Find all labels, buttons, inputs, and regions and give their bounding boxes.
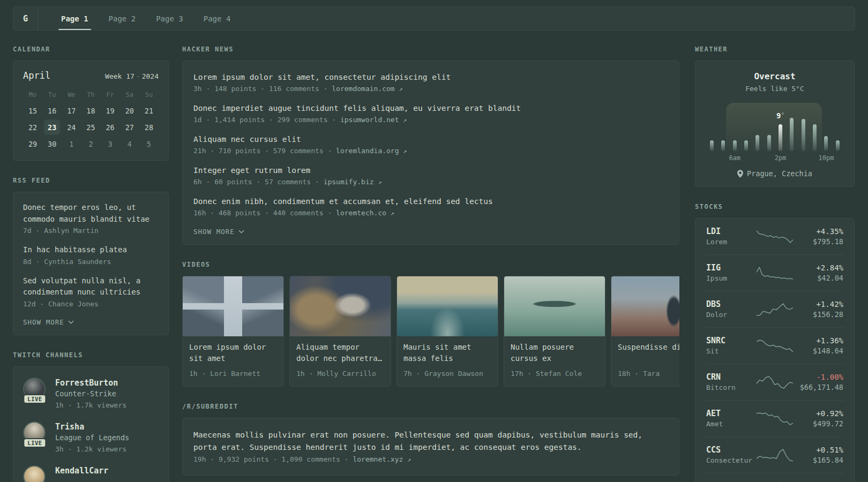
stock-row[interactable]: CCS Consectetur +0.51% $165.84 [705, 436, 844, 473]
video-thumbnail[interactable] [397, 276, 498, 336]
hackernews-item-title[interactable]: Aliquam nec cursus elit [193, 133, 668, 145]
twitch-widget: TWITCH CHANNELS LIVE ForrestBurton [13, 351, 169, 482]
stock-change: +4.35% [793, 226, 843, 237]
video-thumbnail[interactable] [504, 276, 605, 336]
stock-row[interactable]: AET Amet +0.92% $499.72 [705, 400, 844, 436]
channel-game: Counter-Strike [55, 388, 126, 400]
video-thumbnail[interactable] [611, 276, 679, 336]
subreddit-card: Maecenas mollis pulvinar erat non posuer… [182, 418, 679, 476]
video-thumbnail[interactable] [183, 276, 283, 336]
stock-row[interactable]: DBS Dolor +1.42% $156.28 [705, 291, 844, 327]
hackernews-item-title[interactable]: Integer eget rutrum lorem [193, 164, 668, 176]
nav-tab[interactable]: Page 4 [193, 7, 241, 30]
hackernews-item: Donec imperdiet augue tincidunt felis al… [193, 102, 668, 126]
stock-id: SNRC Sit [706, 335, 757, 356]
videos-widget: VIDEOS Lorem ipsum dolor sit amet consec… [182, 261, 679, 387]
item-meta-text: 16h · 468 points · 440 comments · [193, 209, 332, 217]
video-card[interactable]: Aliquam tempor dolor nec pharetra… 1h · … [289, 276, 391, 387]
stock-name: Sit [706, 346, 757, 356]
twitch-channel-row[interactable]: LIVE ForrestBurton Counter-Strike 1h · 1… [23, 378, 159, 411]
stock-row[interactable]: CRN Bitcorn -1.00% $66,171.48 [705, 364, 844, 400]
weather-bar [779, 124, 782, 151]
video-title[interactable]: Aliquam tempor dolor nec pharetra… [296, 342, 384, 364]
video-card[interactable]: Lorem ipsum dolor sit amet consectetu… 1… [182, 276, 284, 387]
hackernews-item-title[interactable]: Donec enim nibh, condimentum et accumsan… [193, 195, 668, 207]
nav-tab[interactable]: Page 1 [51, 7, 99, 30]
stock-row[interactable]: IIG Ipsum +2.84% $42.04 [705, 254, 844, 291]
twitch-channel-row[interactable]: LIVE Trisha League of Legends 3h · 1.2k … [23, 421, 159, 455]
video-title[interactable]: Suspendisse diam [618, 342, 679, 364]
rss-item: Sed volutpat nulla nisl, a condimentum n… [23, 275, 159, 310]
item-domain-link[interactable]: ipsumworld.net [340, 116, 399, 124]
weather-bar-slot [820, 136, 832, 151]
weekday-row: MoTuWeThFrSaSu [23, 89, 159, 103]
videos-row: Lorem ipsum dolor sit amet consectetu… 1… [182, 276, 679, 387]
video-meta: 1h · Molly Carrillo [296, 368, 384, 379]
hackernews-show-more-button[interactable]: SHOW MORE [193, 228, 668, 236]
hackernews-list: Lorem ipsum dolor sit amet, consectetur … [193, 71, 668, 219]
video-thumbnail[interactable] [290, 276, 391, 336]
video-card-body: Aliquam tempor dolor nec pharetra… 1h · … [290, 336, 391, 386]
hackernews-item-title[interactable]: Donec imperdiet augue tincidunt felis al… [193, 102, 668, 114]
weekday-label: Sa [126, 89, 133, 103]
video-title[interactable]: Mauris sit amet massa felis [403, 342, 491, 364]
calendar-day: 30 [44, 136, 60, 152]
weather-bar [721, 140, 725, 151]
rss-item-title[interactable]: In hac habitasse platea [23, 244, 159, 256]
hackernews-item-meta: 21h · 710 points · 579 comments · loreml… [193, 145, 668, 157]
calendar-day: 20 [122, 103, 138, 118]
rss-item-title[interactable]: Sed volutpat nulla nisl, a condimentum n… [23, 275, 159, 298]
weekday-label: We [68, 89, 75, 103]
stock-id: DBS Dolor [706, 299, 757, 320]
rss-item-title[interactable]: Donec tempor eros leo, ut commodo mauris… [23, 202, 159, 225]
channel-info: Trisha League of Legends 3h · 1.2k viewe… [55, 421, 129, 455]
video-card[interactable]: Suspendisse diam 18h · Tara [611, 276, 679, 387]
stock-row[interactable]: SNRC Sit +1.36% $148.64 [705, 327, 844, 364]
hackernews-widget: HACKER NEWS Lorem ipsum dolor sit amet, … [182, 46, 679, 245]
item-domain-link[interactable]: loremlandia.org [336, 147, 399, 155]
weather-bar [767, 135, 771, 151]
nav-tab[interactable]: Page 2 [99, 7, 146, 30]
channel-name[interactable]: KendallCarr [55, 465, 108, 476]
middle-column: HACKER NEWS Lorem ipsum dolor sit amet, … [182, 46, 679, 476]
item-meta-text: 6h · 60 points · 57 comments · [193, 178, 319, 186]
item-domain-link[interactable]: loremtech.co [336, 209, 386, 217]
video-card-body: Mauris sit amet massa felis 7h · Grayson… [397, 336, 498, 386]
weekday-label: Su [145, 89, 153, 103]
item-domain-link[interactable]: ipsumify.biz [324, 178, 374, 186]
weather-bar [733, 140, 737, 151]
twitch-card: LIVE ForrestBurton Counter-Strike 1h · 1… [13, 366, 169, 482]
external-link-icon: ↗ [403, 116, 407, 124]
hackernews-item: Donec enim nibh, condimentum et accumsan… [193, 195, 668, 219]
weather-feels-like: Feels like 5°C [706, 84, 843, 94]
hackernews-item-title[interactable]: Lorem ipsum dolor sit amet, consectetur … [193, 71, 668, 83]
nav-tab[interactable]: Page 3 [146, 7, 193, 30]
subreddit-widget: /R/SUBREDDIT Maecenas mollis pulvinar er… [182, 403, 679, 476]
stock-row[interactable]: AHS +0.46% [705, 473, 844, 482]
stock-change: +0.92% [793, 408, 843, 419]
channel-name[interactable]: ForrestBurton [55, 378, 126, 388]
post-title[interactable]: Maecenas mollis pulvinar erat non posuer… [193, 429, 668, 454]
stock-values: +1.36% $148.64 [793, 335, 843, 356]
twitch-channel-row[interactable]: KendallCarr [23, 465, 159, 482]
video-title[interactable]: Lorem ipsum dolor sit amet consectetu… [189, 342, 277, 364]
post-domain-link[interactable]: loremnet.xyz [353, 455, 403, 463]
hackernews-section-title: HACKER NEWS [182, 46, 679, 53]
item-domain-link[interactable]: loremdomain.com [332, 85, 394, 93]
calendar-day: 17 [63, 103, 79, 118]
video-card[interactable]: Mauris sit amet massa felis 7h · Grayson… [396, 276, 498, 387]
calendar-day: 19 [102, 103, 118, 118]
stock-price: $156.28 [793, 310, 843, 320]
video-title[interactable]: Nullam posuere cursus ex [511, 342, 598, 364]
stock-row[interactable]: LDI Lorem +4.35% $795.18 [705, 219, 844, 254]
channel-name[interactable]: Trisha [55, 421, 129, 432]
rss-show-more-button[interactable]: SHOW MORE [23, 318, 159, 326]
time-label: 2pm [775, 154, 787, 162]
external-link-icon: ↗ [407, 456, 411, 463]
video-card[interactable]: Nullam posuere cursus ex 17h · Stefan Co… [504, 276, 605, 387]
chevron-down-icon [68, 320, 74, 324]
weather-bar [824, 136, 828, 151]
videos-section-title: VIDEOS [182, 261, 679, 268]
calendar-widget: CALENDAR April Week 17·2024 MoTuWeThFrSa… [13, 46, 169, 161]
channel-game: League of Legends [55, 432, 129, 443]
